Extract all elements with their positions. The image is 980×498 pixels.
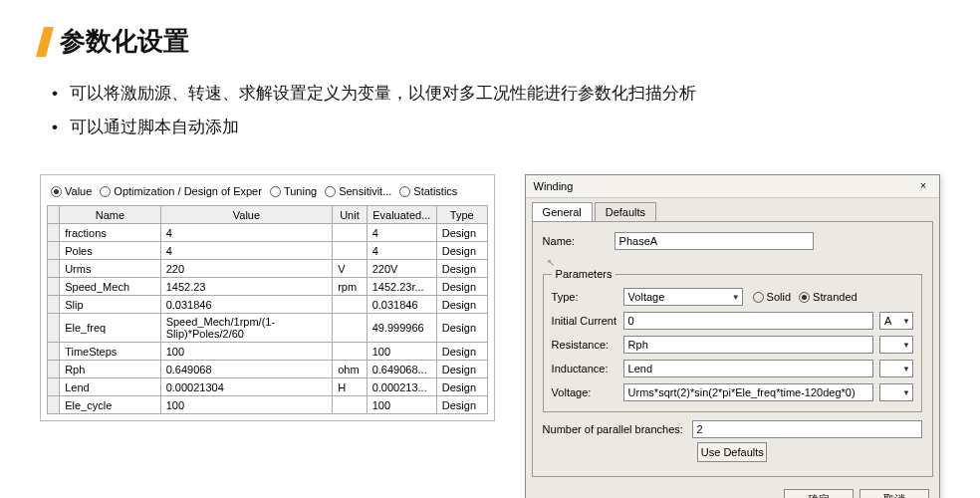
radio-optimization[interactable]: Optimization / Design of Exper	[100, 185, 262, 197]
inductance-unit-select[interactable]: ▼	[879, 360, 913, 377]
cell-value[interactable]: 0.00021304	[160, 378, 333, 396]
cell-value[interactable]: 4	[160, 224, 333, 242]
type-select[interactable]: Voltage ▼	[623, 288, 743, 306]
inductance-input[interactable]	[623, 360, 873, 377]
cell-evaluated[interactable]: 0.031846	[367, 296, 436, 314]
cell-name[interactable]: Ele_freq	[60, 314, 160, 343]
cell-value[interactable]: 4	[160, 242, 333, 260]
cell-value[interactable]: 100	[160, 396, 333, 414]
cell-type[interactable]: Design	[436, 260, 487, 278]
parallel-branches-input[interactable]	[692, 420, 922, 438]
radio-sensitivity[interactable]: Sensitivit...	[325, 185, 391, 197]
col-unit[interactable]: Unit	[333, 206, 368, 224]
cell-type[interactable]: Design	[436, 224, 487, 242]
cell-unit[interactable]	[333, 242, 368, 260]
cell-name[interactable]: fractions	[60, 224, 160, 242]
resistance-input[interactable]	[623, 336, 873, 354]
cell-evaluated[interactable]: 100	[367, 396, 436, 414]
cell-unit[interactable]	[333, 224, 368, 242]
cell-value[interactable]: 220	[160, 260, 333, 278]
cell-value[interactable]: 0.649068	[160, 361, 333, 378]
radio-statistics[interactable]: Statistics	[399, 185, 457, 197]
col-evaluated[interactable]: Evaluated...	[367, 206, 436, 224]
use-defaults-button[interactable]: Use Defaults	[697, 442, 767, 462]
cell-name[interactable]: Speed_Mech	[60, 278, 160, 296]
cell-name[interactable]: Rph	[60, 361, 160, 378]
cell-evaluated[interactable]: 1452.23r...	[367, 278, 436, 296]
cell-value[interactable]: Speed_Mech/1rpm/(1-Slip)*Poles/2/60	[160, 314, 333, 343]
close-icon[interactable]: ×	[915, 179, 931, 193]
radio-solid[interactable]: Solid	[753, 291, 791, 303]
initial-current-label: Initial Current	[552, 315, 623, 327]
tab-defaults[interactable]: Defaults	[595, 202, 656, 221]
cell-evaluated[interactable]: 0.649068...	[367, 361, 436, 378]
table-row[interactable]: Poles44Design	[48, 242, 488, 260]
cell-type[interactable]: Design	[436, 296, 487, 314]
initial-current-input[interactable]	[623, 312, 873, 330]
cell-type[interactable]: Design	[436, 242, 487, 260]
parameters-fieldset: Parameters Type: Voltage ▼ Solid Strande…	[543, 268, 922, 412]
initial-current-unit-select[interactable]: A ▼	[879, 312, 913, 330]
cell-evaluated[interactable]: 100	[367, 343, 436, 361]
cell-unit[interactable]: V	[333, 260, 368, 278]
voltage-unit-select[interactable]: ▼	[879, 383, 913, 401]
voltage-input[interactable]	[623, 383, 873, 401]
cell-name[interactable]: Poles	[60, 242, 160, 260]
voltage-label: Voltage:	[552, 386, 623, 398]
table-row[interactable]: fractions44Design	[48, 224, 488, 242]
row-header	[48, 278, 60, 296]
col-value[interactable]: Value	[160, 206, 333, 224]
cell-name[interactable]: TimeSteps	[60, 343, 160, 361]
dialog-title: Winding	[534, 180, 574, 192]
table-row[interactable]: Ele_cycle100100Design	[48, 396, 488, 414]
table-row[interactable]: Urms220V220VDesign	[48, 260, 488, 278]
radio-value[interactable]: Value	[51, 185, 92, 197]
tab-general[interactable]: General	[532, 202, 593, 221]
col-name[interactable]: Name	[60, 206, 160, 224]
cell-unit[interactable]	[333, 343, 368, 361]
cell-unit[interactable]	[333, 296, 368, 314]
cell-evaluated[interactable]: 4	[367, 242, 436, 260]
cell-type[interactable]: Design	[436, 378, 487, 396]
chevron-down-icon: ▼	[902, 365, 910, 374]
cell-name[interactable]: Urms	[60, 260, 160, 278]
cell-type[interactable]: Design	[436, 343, 487, 361]
cell-value[interactable]: 1452.23	[160, 278, 333, 296]
radio-tuning[interactable]: Tuning	[270, 185, 317, 197]
cell-type[interactable]: Design	[436, 278, 487, 296]
table-row[interactable]: Slip0.0318460.031846Design	[48, 296, 488, 314]
cell-unit[interactable]	[333, 314, 368, 343]
ok-button[interactable]: 确定	[784, 489, 854, 498]
name-input[interactable]	[614, 232, 814, 250]
bullet-list: 可以将激励源、转速、求解设置定义为变量，以便对多工况性能进行参数化扫描分析 可以…	[52, 77, 940, 144]
cell-value[interactable]: 100	[160, 343, 333, 361]
cancel-button[interactable]: 取消	[859, 489, 929, 498]
cell-unit[interactable]: rpm	[333, 278, 368, 296]
cell-unit[interactable]: ohm	[333, 361, 368, 378]
name-label: Name:	[543, 235, 614, 247]
cell-evaluated[interactable]: 49.999966	[367, 314, 436, 343]
table-row[interactable]: TimeSteps100100Design	[48, 343, 488, 361]
cell-evaluated[interactable]: 4	[367, 224, 436, 242]
cell-type[interactable]: Design	[436, 396, 487, 414]
radio-stranded[interactable]: Stranded	[799, 291, 858, 303]
bullet-item: 可以通过脚本自动添加	[52, 111, 940, 144]
table-row[interactable]: Ele_freqSpeed_Mech/1rpm/(1-Slip)*Poles/2…	[48, 314, 488, 343]
cell-unit[interactable]: H	[333, 378, 368, 396]
resistance-unit-select[interactable]: ▼	[879, 336, 913, 354]
cell-name[interactable]: Slip	[60, 296, 160, 314]
table-row[interactable]: Rph0.649068ohm0.649068...Design	[48, 361, 488, 378]
table-row[interactable]: Lend0.00021304H0.000213...Design	[48, 378, 488, 396]
cell-type[interactable]: Design	[436, 361, 487, 378]
cell-name[interactable]: Lend	[60, 378, 160, 396]
table-row[interactable]: Speed_Mech1452.23rpm1452.23r...Design	[48, 278, 488, 296]
mode-radio-row: Value Optimization / Design of Exper Tun…	[47, 181, 488, 205]
cell-type[interactable]: Design	[436, 314, 487, 343]
cell-evaluated[interactable]: 220V	[367, 260, 436, 278]
col-type[interactable]: Type	[436, 206, 487, 224]
winding-dialog: Winding × General Defaults Name: ↖ Param…	[525, 174, 940, 498]
cell-value[interactable]: 0.031846	[160, 296, 333, 314]
cell-unit[interactable]	[333, 396, 368, 414]
cell-evaluated[interactable]: 0.000213...	[367, 378, 436, 396]
cell-name[interactable]: Ele_cycle	[60, 396, 160, 414]
